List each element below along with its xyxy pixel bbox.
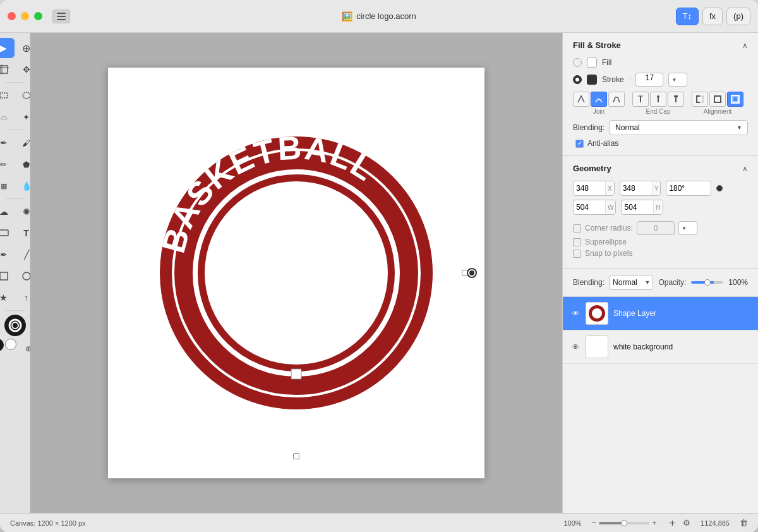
geometry-collapse[interactable]: ∧ (742, 164, 748, 173)
gradient-tool[interactable]: ▦ (0, 176, 15, 196)
geometry-header: Geometry ∧ (573, 164, 748, 173)
bg-color-btn[interactable] (5, 339, 16, 350)
corner-radius-label: Corner radius: (585, 224, 633, 233)
snap-checkbox[interactable] (573, 250, 581, 258)
select-tool[interactable]: ▶ (0, 38, 15, 58)
svg-rect-2 (57, 19, 66, 20)
angle-dot[interactable] (716, 185, 723, 191)
geometry-section: Geometry ∧ 348 X 348 Y 180° (563, 156, 758, 269)
anti-alias-row: ✓ Anti-alias (575, 139, 748, 148)
sidebar-toggle-button[interactable] (52, 9, 70, 23)
fill-radio[interactable] (573, 58, 582, 67)
wh-row: 504 W 504 H (573, 200, 748, 215)
settings-btn[interactable]: ⚙ (683, 518, 690, 528)
fill-label: Fill (602, 58, 611, 67)
star-tool[interactable]: ★ (0, 287, 15, 308)
angle-input[interactable]: 180° (666, 181, 697, 195)
right-panel: Fill & Stroke ∧ Fill Stroke : 17 (562, 33, 758, 513)
cap-round-btn[interactable] (650, 92, 666, 107)
crop-tool[interactable] (0, 59, 15, 80)
cloud-tool[interactable]: ☁ (0, 202, 15, 222)
zoom-slider[interactable] (599, 522, 649, 524)
join-label: Join (573, 108, 625, 115)
properties-button[interactable]: T↕ (676, 8, 699, 25)
close-button[interactable] (8, 12, 16, 20)
bezier-tool[interactable]: ✒ (0, 245, 15, 265)
svg-rect-20 (291, 369, 301, 379)
w-label: W (605, 200, 615, 214)
minimize-button[interactable] (21, 12, 29, 20)
corner-radius-dropdown[interactable]: ▼ (678, 221, 697, 235)
stroke-color-btn[interactable] (4, 315, 26, 336)
maximize-button[interactable] (34, 12, 42, 20)
align-outside-btn[interactable] (727, 92, 743, 107)
marquee-rect-tool[interactable] (0, 85, 15, 106)
corner-radius-input[interactable]: 0 (637, 221, 675, 235)
join-group: Join (573, 92, 625, 115)
stroke-color-swatch[interactable] (587, 75, 597, 85)
cap-butt-btn[interactable] (632, 92, 649, 107)
pen-tool[interactable]: ✒ (0, 133, 15, 153)
cap-square-btn[interactable] (668, 92, 684, 107)
fg-color-btn[interactable] (0, 339, 4, 351)
x-input[interactable]: 348 (574, 181, 605, 195)
statusbar: Canvas: 1200 × 1200 px 100% − + + ⚙ 1124… (0, 513, 758, 532)
bottom-blend-dropdown[interactable]: Normal ▼ (610, 275, 653, 290)
anti-alias-checkbox[interactable]: ✓ (575, 140, 584, 148)
fill-color-swatch[interactable] (587, 57, 597, 68)
anti-alias-label: Anti-alias (587, 139, 618, 148)
blending-label: Blending: (573, 123, 605, 132)
rect-tool[interactable] (0, 266, 15, 286)
corner-radius-checkbox[interactable] (573, 224, 581, 233)
rect-shape-tool[interactable] (0, 223, 15, 243)
svg-rect-9 (0, 272, 8, 280)
bottom-blend-chevron-icon: ▼ (644, 279, 650, 286)
snap-label: Snap to pixels (585, 249, 632, 258)
superellipse-row: Superellipse (573, 238, 748, 246)
svg-point-10 (23, 272, 30, 280)
h-input[interactable]: 504 (622, 200, 653, 214)
titlebar: 🖼️ circle logo.acorn T↕ fx (p) (0, 0, 758, 33)
layer-visibility-eye-bg[interactable]: 👁 (570, 342, 581, 352)
join-miter-btn[interactable] (573, 92, 589, 107)
layer-item-bg[interactable]: 👁 white background (563, 330, 758, 364)
opacity-slider[interactable] (691, 281, 723, 284)
superellipse-checkbox[interactable] (573, 238, 581, 246)
stroke-width-input[interactable]: 17 (635, 73, 663, 87)
pencil-tool[interactable]: ✏ (0, 154, 15, 174)
align-inside-btn[interactable] (692, 92, 708, 107)
layers-section: 👁 Shape Layer 👁 white background (563, 297, 758, 513)
zoom-value: 100% (563, 519, 581, 527)
toolbar: ▶ ⊕ ✥ ⌓ ✦ (0, 33, 30, 513)
layer-thumbnail-bg (586, 336, 608, 358)
svg-rect-0 (57, 13, 66, 14)
selection-handle-bottom[interactable] (293, 453, 299, 459)
lasso-tool[interactable]: ⌓ (0, 107, 15, 127)
add-layer-btn[interactable]: + (670, 517, 675, 529)
selection-handle-inner[interactable] (467, 268, 477, 278)
align-center-btn[interactable] (709, 92, 726, 107)
alignment-buttons (692, 92, 743, 107)
trash-btn[interactable]: 🗑 (740, 518, 748, 528)
stroke-width-dropdown[interactable]: ▼ (668, 73, 687, 87)
svg-rect-29 (674, 95, 678, 97)
traffic-lights (8, 12, 42, 20)
fill-stroke-collapse[interactable]: ∧ (742, 41, 748, 50)
end-cap-buttons (632, 92, 684, 107)
y-input[interactable]: 348 (620, 181, 652, 195)
zoom-minus-icon[interactable]: − (592, 518, 597, 528)
fx-button[interactable]: fx (702, 8, 723, 25)
layer-item-shape[interactable]: 👁 Shape Layer (563, 297, 758, 330)
zoom-plus-icon[interactable]: + (652, 518, 657, 528)
p-button[interactable]: (p) (726, 8, 750, 25)
blending-dropdown[interactable]: Normal ▼ (610, 120, 748, 135)
w-input[interactable]: 504 (574, 200, 605, 214)
divider-2 (6, 130, 25, 130)
stroke-radio[interactable] (573, 75, 582, 84)
join-round-btn[interactable] (591, 92, 607, 107)
join-bevel-btn[interactable] (608, 92, 625, 107)
layer-visibility-eye-shape[interactable]: 👁 (570, 308, 581, 318)
corner-radius-row: Corner radius: 0 ▼ (573, 221, 748, 235)
svg-point-16 (205, 181, 388, 365)
bottom-blend-label: Blending: (573, 278, 605, 287)
